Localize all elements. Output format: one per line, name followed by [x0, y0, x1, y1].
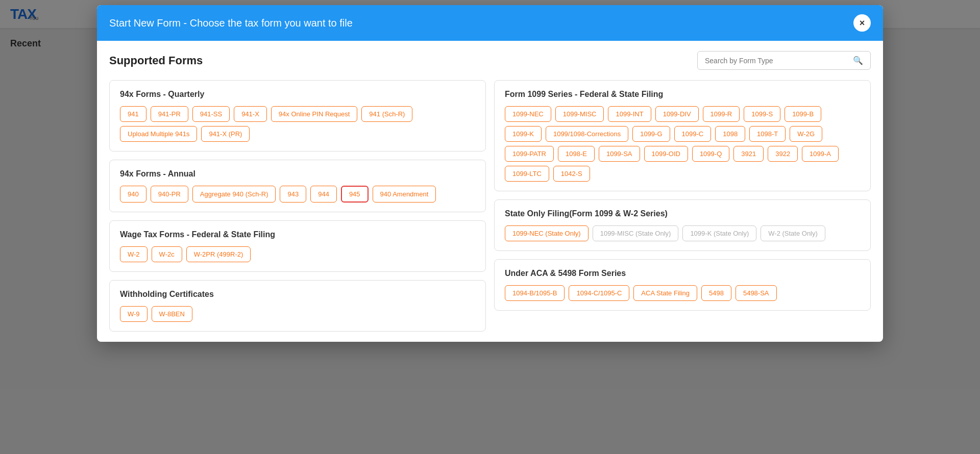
supported-forms-title: Supported Forms: [109, 54, 203, 67]
form-button-aca-state-filing[interactable]: ACA State Filing: [633, 285, 697, 301]
form-button-1099-patr[interactable]: 1099-PATR: [505, 146, 554, 162]
form-button-1099/1098-corrections[interactable]: 1099/1098-Corrections: [546, 126, 628, 142]
search-box: 🔍: [697, 51, 871, 70]
form-buttons-aca-5498: 1094-B/1095-B1094-C/1095-CACA State Fili…: [505, 285, 860, 301]
search-input[interactable]: [705, 57, 849, 65]
form-button-w-2g[interactable]: W-2G: [790, 126, 822, 142]
form-buttons-94x-annual: 940940-PRAggregate 940 (Sch-R)9439449459…: [120, 186, 475, 203]
section-title-94x-quarterly: 94x Forms - Quarterly: [120, 90, 475, 99]
form-button-5498-sa[interactable]: 5498-SA: [736, 285, 777, 301]
form-button-940-pr[interactable]: 940-PR: [151, 186, 188, 203]
form-button-944[interactable]: 944: [310, 186, 337, 203]
section-title-wage-tax: Wage Tax Forms - Federal & State Filing: [120, 230, 475, 239]
section-94x-quarterly: 94x Forms - Quarterly941941-PR941-SS941-…: [109, 80, 486, 152]
form-button-1099-c[interactable]: 1099-C: [674, 126, 712, 142]
form-button-1099-q[interactable]: 1099-Q: [692, 146, 729, 162]
form-buttons-1099-series: 1099-NEC1099-MISC1099-INT1099-DIV1099-R1…: [505, 106, 860, 182]
form-button-upload-multiple-941s[interactable]: Upload Multiple 941s: [120, 126, 197, 142]
form-button-1099-oid[interactable]: 1099-OID: [644, 146, 688, 162]
form-button-1099-nec-(state-only)[interactable]: 1099-NEC (State Only): [505, 225, 589, 241]
section-state-only: State Only Filing(Form 1099 & W-2 Series…: [494, 199, 871, 251]
form-button-1094-b/1095-b[interactable]: 1094-B/1095-B: [505, 285, 565, 301]
form-button-945[interactable]: 945: [341, 186, 369, 203]
form-buttons-withholding: W-9W-8BEN: [120, 306, 475, 322]
form-button-1099-r[interactable]: 1099-R: [703, 106, 740, 122]
form-button-1099-a[interactable]: 1099-A: [802, 146, 839, 162]
form-buttons-94x-quarterly: 941941-PR941-SS941-X94x Online PIN Reque…: [120, 106, 475, 142]
section-title-state-only: State Only Filing(Form 1099 & W-2 Series…: [505, 209, 860, 218]
form-button-1099-b[interactable]: 1099-B: [785, 106, 821, 122]
form-button-w-2pr-(499r-2)[interactable]: W-2PR (499R-2): [186, 246, 251, 262]
section-withholding: Withholding CertificatesW-9W-8BEN: [109, 280, 486, 332]
form-button-1099-misc-(state-only): 1099-MISC (State Only): [593, 225, 679, 241]
form-button-w-2c[interactable]: W-2c: [152, 246, 182, 262]
form-button-1099-ltc[interactable]: 1099-LTC: [505, 166, 549, 182]
modal-top-bar: Supported Forms 🔍: [109, 51, 871, 70]
section-title-withholding: Withholding Certificates: [120, 290, 475, 299]
form-button-1099-int[interactable]: 1099-INT: [608, 106, 651, 122]
form-button-3921[interactable]: 3921: [733, 146, 764, 162]
form-button-1098-e[interactable]: 1098-E: [558, 146, 595, 162]
form-button-1099-nec[interactable]: 1099-NEC: [505, 106, 551, 122]
form-button-w-2-(state-only): W-2 (State Only): [761, 225, 825, 241]
form-button-aggregate-940-(sch-r)[interactable]: Aggregate 940 (Sch-R): [192, 186, 276, 203]
modal-dialog: Start New Form - Choose the tax form you…: [97, 5, 883, 342]
form-button-1099-div[interactable]: 1099-DIV: [655, 106, 699, 122]
form-buttons-state-only: 1099-NEC (State Only)1099-MISC (State On…: [505, 225, 860, 241]
form-button-1099-misc[interactable]: 1099-MISC: [555, 106, 604, 122]
form-button-1099-sa[interactable]: 1099-SA: [599, 146, 640, 162]
section-title-aca-5498: Under ACA & 5498 Form Series: [505, 269, 860, 278]
modal-header: Start New Form - Choose the tax form you…: [97, 5, 883, 41]
section-aca-5498: Under ACA & 5498 Form Series1094-B/1095-…: [494, 259, 871, 311]
right-column: Form 1099 Series - Federal & State Filin…: [494, 80, 871, 332]
modal-close-button[interactable]: ×: [853, 14, 871, 32]
form-button-940[interactable]: 940: [120, 186, 146, 203]
modal-body: Supported Forms 🔍 94x Forms - Quarterly9…: [97, 41, 883, 342]
form-button-1099-k-(state-only): 1099-K (State Only): [682, 225, 756, 241]
form-button-941-x-(pr)[interactable]: 941-X (PR): [201, 126, 250, 142]
section-94x-annual: 94x Forms - Annual940940-PRAggregate 940…: [109, 160, 486, 212]
modal-overlay: Start New Form - Choose the tax form you…: [0, 0, 980, 454]
form-button-w-9[interactable]: W-9: [120, 306, 148, 322]
form-button-w-8ben[interactable]: W-8BEN: [152, 306, 192, 322]
form-button-941[interactable]: 941: [120, 106, 146, 122]
form-button-1099-g[interactable]: 1099-G: [632, 126, 670, 142]
form-button-941-ss[interactable]: 941-SS: [192, 106, 230, 122]
form-button-1098[interactable]: 1098: [715, 126, 745, 142]
search-icon: 🔍: [853, 56, 863, 65]
form-button-941-x[interactable]: 941-X: [234, 106, 267, 122]
form-button-1042-s[interactable]: 1042-S: [553, 166, 590, 182]
form-button-1099-k[interactable]: 1099-K: [505, 126, 542, 142]
form-button-94x-online-pin-request[interactable]: 94x Online PIN Request: [271, 106, 357, 122]
section-title-1099-series: Form 1099 Series - Federal & State Filin…: [505, 90, 860, 99]
form-button-w-2[interactable]: W-2: [120, 246, 148, 262]
left-column: 94x Forms - Quarterly941941-PR941-SS941-…: [109, 80, 486, 332]
section-title-94x-annual: 94x Forms - Annual: [120, 169, 475, 179]
form-button-941-pr[interactable]: 941-PR: [151, 106, 188, 122]
form-button-3922[interactable]: 3922: [768, 146, 798, 162]
form-button-5498[interactable]: 5498: [701, 285, 731, 301]
form-button-940-amendment[interactable]: 940 Amendment: [373, 186, 436, 203]
form-button-1099-s[interactable]: 1099-S: [744, 106, 780, 122]
forms-grid: 94x Forms - Quarterly941941-PR941-SS941-…: [109, 80, 871, 332]
section-wage-tax: Wage Tax Forms - Federal & State FilingW…: [109, 220, 486, 272]
form-button-1098-t[interactable]: 1098-T: [749, 126, 786, 142]
modal-title: Start New Form - Choose the tax form you…: [109, 17, 353, 29]
section-1099-series: Form 1099 Series - Federal & State Filin…: [494, 80, 871, 191]
form-buttons-wage-tax: W-2W-2cW-2PR (499R-2): [120, 246, 475, 262]
form-button-941-(sch-r)[interactable]: 941 (Sch-R): [361, 106, 412, 122]
form-button-943[interactable]: 943: [280, 186, 306, 203]
form-button-1094-c/1095-c[interactable]: 1094-C/1095-C: [569, 285, 629, 301]
